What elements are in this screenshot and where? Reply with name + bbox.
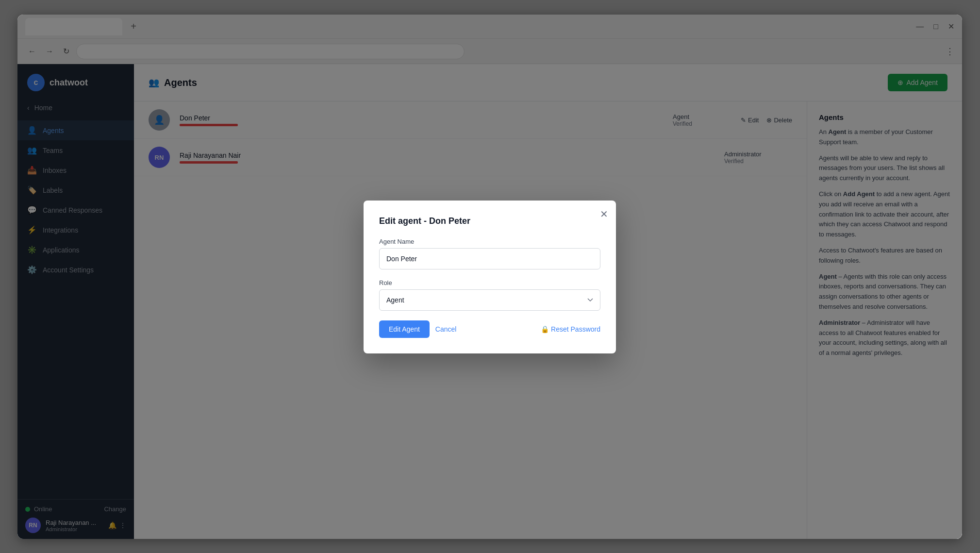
role-select[interactable]: Agent Administrator bbox=[379, 289, 600, 311]
reset-password-button[interactable]: 🔒 Reset Password bbox=[541, 325, 600, 333]
lock-icon: 🔒 bbox=[541, 325, 549, 333]
agent-name-label: Agent Name bbox=[379, 238, 600, 245]
reset-password-label: Reset Password bbox=[551, 325, 600, 333]
agent-name-input[interactable] bbox=[379, 248, 600, 269]
edit-agent-submit-button[interactable]: Edit Agent bbox=[379, 320, 430, 338]
agent-name-field-group: Agent Name bbox=[379, 238, 600, 269]
role-field-group: Role Agent Administrator bbox=[379, 279, 600, 311]
modal-overlay: ✕ Edit agent - Don Peter Agent Name Role… bbox=[17, 15, 962, 539]
cancel-button[interactable]: Cancel bbox=[435, 325, 457, 333]
modal-actions: Edit Agent Cancel 🔒 Reset Password bbox=[379, 320, 600, 338]
edit-agent-modal: ✕ Edit agent - Don Peter Agent Name Role… bbox=[364, 201, 616, 353]
role-label: Role bbox=[379, 279, 600, 286]
modal-close-button[interactable]: ✕ bbox=[600, 208, 608, 220]
modal-title: Edit agent - Don Peter bbox=[379, 216, 600, 226]
